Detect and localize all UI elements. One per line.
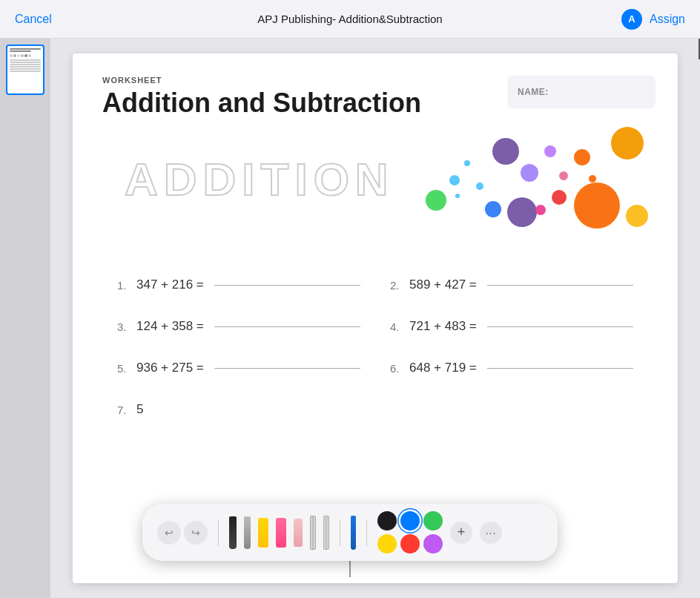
bubble xyxy=(559,171,568,180)
pencil-tool[interactable] xyxy=(244,516,251,549)
problem-number: 2. xyxy=(390,279,403,292)
color-swatch[interactable] xyxy=(423,511,443,530)
ruler-icon xyxy=(310,516,316,550)
bubble xyxy=(535,205,546,215)
name-box: NAME: xyxy=(507,76,656,108)
problem-number: 5. xyxy=(117,362,131,375)
color-swatch[interactable] xyxy=(400,511,420,530)
separator-2 xyxy=(340,519,340,546)
pen-icon xyxy=(229,516,237,549)
eraser-tool[interactable] xyxy=(294,519,303,547)
separator-3 xyxy=(366,519,367,546)
toolbar-handle xyxy=(349,561,351,577)
cancel-button[interactable]: Cancel xyxy=(15,10,52,29)
bubble xyxy=(485,201,501,217)
bubble xyxy=(476,183,483,190)
bubble xyxy=(574,149,590,165)
highlighter-pink-tool[interactable] xyxy=(276,518,286,548)
problem-row: 5. 936 + 275 = xyxy=(102,347,375,389)
color-swatch[interactable] xyxy=(423,534,443,553)
problem-row: 6. 648 + 719 = xyxy=(375,347,648,389)
problems-grid: 1. 347 + 216 = 2. 589 + 427 = 3. 124 + 3… xyxy=(102,264,648,430)
problem-text: 648 + 719 = xyxy=(409,361,477,375)
drawing-toolbar: ↩ ↪ + ··· xyxy=(142,504,558,561)
problem-row: 2. 589 + 427 = xyxy=(375,264,648,306)
bubble xyxy=(589,175,596,183)
bubble xyxy=(492,138,519,165)
blue-pen-icon xyxy=(351,516,356,550)
lasso-icon xyxy=(323,516,329,550)
undo-redo-group: ↩ ↪ xyxy=(157,521,208,545)
bubble xyxy=(521,164,538,182)
name-label: NAME: xyxy=(518,87,549,97)
answer-line xyxy=(487,285,633,286)
answer-line xyxy=(487,368,633,369)
lasso-tool[interactable] xyxy=(323,516,329,550)
color-swatches xyxy=(377,511,443,553)
problem-row: 1. 347 + 216 = xyxy=(102,264,375,306)
problem-row: 3. 124 + 358 = xyxy=(102,306,375,347)
problem-number: 7. xyxy=(117,404,131,416)
eraser-icon xyxy=(294,519,303,547)
document-title: APJ Publishing- Addition&Subtraction xyxy=(257,13,442,25)
blue-pen-tool[interactable] xyxy=(351,516,356,550)
bubble xyxy=(426,190,446,211)
problem-text: 347 + 216 = xyxy=(136,277,204,292)
problem-text: 936 + 275 = xyxy=(136,361,204,375)
color-swatch[interactable] xyxy=(400,534,420,553)
bubble xyxy=(574,183,620,229)
color-swatch[interactable] xyxy=(377,511,397,530)
color-swatch[interactable] xyxy=(377,534,397,553)
problem-text: 721 + 483 = xyxy=(409,319,477,334)
pen-tool[interactable] xyxy=(229,516,237,549)
problem-number: 4. xyxy=(390,321,403,333)
problem-row: 4. 721 + 483 = xyxy=(375,306,648,347)
watermark-area: ADDITION xyxy=(102,131,648,249)
answer-line xyxy=(214,326,360,327)
bubble xyxy=(507,197,537,227)
bubble xyxy=(611,127,644,160)
redo-button[interactable]: ↪ xyxy=(184,521,208,545)
bubble xyxy=(449,175,460,185)
bubble xyxy=(544,145,556,157)
answer-line xyxy=(487,326,633,327)
highlighter-pink-icon xyxy=(276,518,286,548)
top-bar: Cancel APJ Publishing- Addition&Subtract… xyxy=(0,0,700,39)
separator-1 xyxy=(218,519,219,546)
bubble xyxy=(552,190,567,205)
more-options-button[interactable]: ··· xyxy=(480,522,502,544)
highlighter-yellow-tool[interactable] xyxy=(258,518,268,548)
page-thumbnail[interactable] xyxy=(6,45,44,95)
bubbles-container xyxy=(411,123,648,257)
addition-watermark: ADDITION xyxy=(125,153,394,206)
problem-text: 124 + 358 = xyxy=(136,319,204,334)
problem-text: 5 xyxy=(136,402,143,417)
problem-number: 6. xyxy=(390,362,403,375)
undo-button[interactable]: ↩ xyxy=(157,521,181,545)
problem-number: 3. xyxy=(117,321,131,333)
problem-number: 1. xyxy=(117,279,131,292)
assign-button[interactable]: Assign xyxy=(650,13,685,26)
bubble xyxy=(626,205,648,227)
add-color-button[interactable]: + xyxy=(450,522,472,544)
highlighter-yellow-icon xyxy=(258,518,268,548)
problem-row: 7. 5 xyxy=(102,389,375,430)
ruler-tool[interactable] xyxy=(310,516,316,550)
bubble xyxy=(455,194,460,198)
right-actions: A Assign xyxy=(621,9,685,30)
answer-line xyxy=(214,285,360,286)
answer-line xyxy=(214,368,360,369)
sidebar xyxy=(0,39,50,598)
avatar: A xyxy=(621,9,642,30)
bubble xyxy=(464,160,470,166)
pencil-icon xyxy=(244,516,251,549)
problem-text: 589 + 427 = xyxy=(409,277,477,292)
